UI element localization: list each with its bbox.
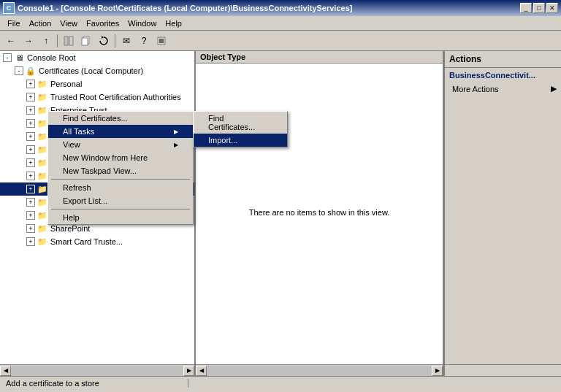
minimize-button[interactable]: _ bbox=[520, 3, 532, 13]
ctx-new-taskpad-label: New Taskpad View... bbox=[63, 166, 137, 175]
menu-action[interactable]: Action bbox=[25, 18, 56, 29]
tree-node-certificates[interactable]: - 🔒 Certificates (Local Computer) bbox=[0, 64, 194, 77]
actions-scroll-spacer bbox=[444, 365, 561, 376]
status-section-main: Add a certificate to a store bbox=[3, 379, 188, 388]
show-hide-button[interactable] bbox=[61, 33, 77, 49]
svg-marker-4 bbox=[102, 36, 104, 39]
svg-rect-1 bbox=[69, 36, 73, 45]
tree-node-console-root[interactable]: - 🖥 Console Root bbox=[0, 51, 194, 64]
ctx-new-window-label: New Window from Here bbox=[63, 153, 148, 162]
toolbar-sep2 bbox=[115, 34, 115, 47]
export-button[interactable]: ✉ bbox=[118, 33, 134, 49]
app-icon: C bbox=[3, 2, 15, 14]
svg-rect-0 bbox=[64, 36, 68, 45]
expand-sharepoint[interactable]: + bbox=[26, 224, 35, 233]
ctx-new-window[interactable]: New Window from Here bbox=[48, 151, 193, 164]
context-menu[interactable]: Find Certificates... All Tasks ▶ View ▶ … bbox=[47, 111, 194, 225]
folder-trusted-root-icon: 📁 bbox=[37, 92, 48, 102]
expand-untrusted[interactable]: + bbox=[26, 145, 35, 154]
menu-bar: File Action View Favorites Window Help bbox=[0, 16, 561, 31]
expand-business-connectivity[interactable]: + bbox=[26, 185, 35, 193]
copy-button[interactable] bbox=[78, 33, 94, 49]
status-bar: Add a certificate to a store bbox=[0, 376, 561, 389]
content-scroll-right-btn[interactable]: ▶ bbox=[432, 366, 443, 376]
tree-label-certificates: Certificates (Local Computer) bbox=[39, 66, 143, 75]
tree-node-smart-card[interactable]: + 📁 Smart Card Truste... bbox=[0, 235, 194, 248]
ctx-view-arrow: ▶ bbox=[174, 142, 178, 148]
folder-people-icon: 📁 bbox=[37, 171, 48, 181]
expand-smart-card[interactable]: + bbox=[26, 237, 35, 246]
menu-file[interactable]: File bbox=[3, 18, 25, 29]
tree-scrollbar[interactable]: ◀ ▶ bbox=[0, 365, 196, 376]
ctx-all-tasks-label: All Tasks bbox=[63, 127, 94, 136]
ctx-export-list[interactable]: Export List... bbox=[48, 194, 193, 207]
content-header: Object Type bbox=[196, 51, 443, 64]
expand-personal[interactable]: + bbox=[26, 80, 35, 88]
tree-node-personal[interactable]: + 📁 Personal bbox=[0, 77, 194, 91]
menu-view[interactable]: View bbox=[56, 18, 82, 29]
tree-scroll-left-btn[interactable]: ◀ bbox=[0, 366, 11, 376]
folder-publishers-icon: 📁 bbox=[37, 131, 48, 142]
folder-enrollment-icon: 📁 bbox=[37, 210, 48, 220]
folder-smart-card-icon: 📁 bbox=[37, 237, 48, 247]
folder-untrusted-icon: 📁 bbox=[37, 145, 48, 155]
tree-node-trusted-root[interactable]: + 📁 Trusted Root Certification Authoriti… bbox=[0, 91, 194, 104]
menu-help[interactable]: Help bbox=[161, 18, 186, 29]
tree-label-personal: Personal bbox=[50, 80, 82, 88]
cert-icon: 🔒 bbox=[25, 66, 37, 76]
tree-label-sharepoint: SharePoint bbox=[50, 224, 90, 233]
ctx-export-label: Export List... bbox=[63, 196, 107, 205]
toolbar-sep1 bbox=[57, 34, 58, 47]
all-tasks-submenu[interactable]: Find Certificates... Import... bbox=[193, 111, 288, 147]
expand-console-root[interactable]: - bbox=[3, 53, 12, 62]
expand-remote-desktop[interactable]: + bbox=[26, 198, 35, 207]
tree-scroll-right-btn[interactable]: ▶ bbox=[183, 366, 194, 376]
expand-trusted-people[interactable]: + bbox=[26, 172, 35, 180]
back-button[interactable]: ← bbox=[3, 33, 19, 49]
ctx-view-label: View bbox=[63, 140, 80, 149]
menu-favorites[interactable]: Favorites bbox=[82, 18, 123, 29]
up-button[interactable]: ↑ bbox=[38, 33, 54, 49]
folder-bcs-icon: 📁 bbox=[37, 184, 48, 194]
expand-third-party[interactable]: + bbox=[26, 158, 35, 167]
content-scroll-left-btn[interactable]: ◀ bbox=[196, 366, 207, 376]
expand-intermediate[interactable]: + bbox=[26, 119, 35, 128]
ctx-help[interactable]: Help bbox=[48, 211, 193, 224]
sub-find-certificates[interactable]: Find Certificates... bbox=[194, 112, 287, 134]
scrollbar-container: ◀ ▶ ◀ ▶ bbox=[0, 364, 561, 376]
properties-button[interactable] bbox=[153, 33, 169, 49]
window-title: Console1 - [Console Root\Certificates (L… bbox=[18, 4, 352, 12]
expand-trusted-root[interactable]: + bbox=[26, 93, 35, 101]
ctx-all-tasks[interactable]: All Tasks ▶ bbox=[48, 125, 193, 138]
toolbar: ← → ↑ ✉ ? bbox=[0, 31, 561, 51]
expand-certificates[interactable]: - bbox=[15, 66, 23, 75]
maximize-button[interactable]: □ bbox=[533, 3, 545, 13]
tree-label-trusted-root: Trusted Root Certification Authorities bbox=[50, 93, 181, 101]
ctx-find-certificates[interactable]: Find Certificates... bbox=[48, 112, 193, 125]
actions-more-actions[interactable]: More Actions ▶ bbox=[445, 82, 561, 95]
folder-enterprise-icon: 📁 bbox=[37, 105, 48, 115]
close-button[interactable]: ✕ bbox=[546, 3, 558, 13]
ctx-find-label: Find Certificates... bbox=[63, 114, 128, 123]
ctx-new-taskpad[interactable]: New Taskpad View... bbox=[48, 164, 193, 177]
ctx-refresh[interactable]: Refresh bbox=[48, 181, 193, 194]
content-scroll-track[interactable] bbox=[207, 366, 432, 376]
title-bar: C Console1 - [Console Root\Certificates … bbox=[0, 0, 561, 16]
folder-intermediate-icon: 📁 bbox=[37, 118, 48, 128]
expand-enterprise-trust[interactable]: + bbox=[26, 106, 35, 115]
help-button[interactable]: ? bbox=[136, 33, 152, 49]
expand-trusted-publishers[interactable]: + bbox=[26, 132, 35, 141]
folder-sharepoint-icon: 📁 bbox=[37, 223, 48, 234]
tree-scroll-track[interactable] bbox=[11, 366, 183, 376]
ctx-view[interactable]: View ▶ bbox=[48, 138, 193, 151]
actions-section-title: BusinessConnectivit... bbox=[445, 68, 561, 82]
forward-button[interactable]: → bbox=[20, 33, 37, 49]
status-text: Add a certificate to a store bbox=[6, 379, 99, 388]
sub-import[interactable]: Import... bbox=[194, 134, 287, 147]
expand-cert-enrollment[interactable]: + bbox=[26, 211, 35, 220]
content-header-label: Object Type bbox=[200, 53, 245, 61]
menu-window[interactable]: Window bbox=[123, 18, 161, 29]
content-scrollbar[interactable]: ◀ ▶ bbox=[196, 365, 444, 376]
window-controls: _ □ ✕ bbox=[520, 3, 558, 13]
refresh-button[interactable] bbox=[96, 33, 112, 49]
